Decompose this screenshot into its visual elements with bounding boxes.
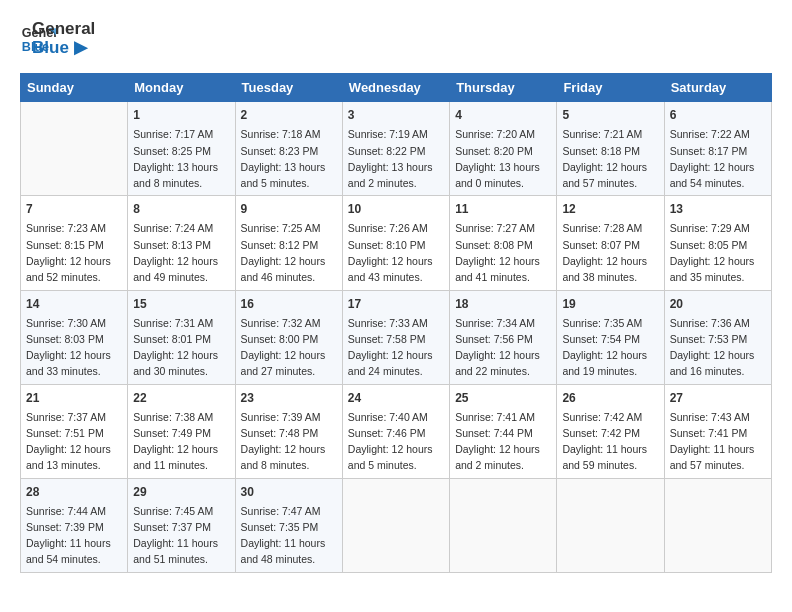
calendar-table: SundayMondayTuesdayWednesdayThursdayFrid… bbox=[20, 73, 772, 572]
day-info: Sunrise: 7:37 AM Sunset: 7:51 PM Dayligh… bbox=[26, 409, 122, 474]
weekday-header-wednesday: Wednesday bbox=[342, 74, 449, 102]
calendar-cell: 22Sunrise: 7:38 AM Sunset: 7:49 PM Dayli… bbox=[128, 384, 235, 478]
calendar-cell: 25Sunrise: 7:41 AM Sunset: 7:44 PM Dayli… bbox=[450, 384, 557, 478]
weekday-header-monday: Monday bbox=[128, 74, 235, 102]
calendar-cell: 19Sunrise: 7:35 AM Sunset: 7:54 PM Dayli… bbox=[557, 290, 664, 384]
day-info: Sunrise: 7:35 AM Sunset: 7:54 PM Dayligh… bbox=[562, 315, 658, 380]
day-number: 16 bbox=[241, 295, 337, 313]
day-info: Sunrise: 7:19 AM Sunset: 8:22 PM Dayligh… bbox=[348, 126, 444, 191]
day-number: 14 bbox=[26, 295, 122, 313]
calendar-cell: 13Sunrise: 7:29 AM Sunset: 8:05 PM Dayli… bbox=[664, 196, 771, 290]
calendar-week-5: 28Sunrise: 7:44 AM Sunset: 7:39 PM Dayli… bbox=[21, 478, 772, 572]
logo-general: General bbox=[32, 20, 95, 39]
day-info: Sunrise: 7:17 AM Sunset: 8:25 PM Dayligh… bbox=[133, 126, 229, 191]
day-number: 3 bbox=[348, 106, 444, 124]
calendar-cell: 1Sunrise: 7:17 AM Sunset: 8:25 PM Daylig… bbox=[128, 102, 235, 196]
day-info: Sunrise: 7:25 AM Sunset: 8:12 PM Dayligh… bbox=[241, 220, 337, 285]
calendar-cell: 17Sunrise: 7:33 AM Sunset: 7:58 PM Dayli… bbox=[342, 290, 449, 384]
day-info: Sunrise: 7:31 AM Sunset: 8:01 PM Dayligh… bbox=[133, 315, 229, 380]
calendar-cell bbox=[450, 478, 557, 572]
calendar-cell: 27Sunrise: 7:43 AM Sunset: 7:41 PM Dayli… bbox=[664, 384, 771, 478]
day-number: 8 bbox=[133, 200, 229, 218]
day-number: 18 bbox=[455, 295, 551, 313]
day-number: 20 bbox=[670, 295, 766, 313]
calendar-cell: 8Sunrise: 7:24 AM Sunset: 8:13 PM Daylig… bbox=[128, 196, 235, 290]
day-number: 27 bbox=[670, 389, 766, 407]
calendar-cell: 12Sunrise: 7:28 AM Sunset: 8:07 PM Dayli… bbox=[557, 196, 664, 290]
calendar-cell: 7Sunrise: 7:23 AM Sunset: 8:15 PM Daylig… bbox=[21, 196, 128, 290]
day-info: Sunrise: 7:21 AM Sunset: 8:18 PM Dayligh… bbox=[562, 126, 658, 191]
logo: General Blue General Blue ▶ bbox=[20, 20, 95, 57]
calendar-cell: 26Sunrise: 7:42 AM Sunset: 7:42 PM Dayli… bbox=[557, 384, 664, 478]
day-info: Sunrise: 7:34 AM Sunset: 7:56 PM Dayligh… bbox=[455, 315, 551, 380]
day-number: 2 bbox=[241, 106, 337, 124]
day-info: Sunrise: 7:22 AM Sunset: 8:17 PM Dayligh… bbox=[670, 126, 766, 191]
weekday-header-saturday: Saturday bbox=[664, 74, 771, 102]
day-info: Sunrise: 7:47 AM Sunset: 7:35 PM Dayligh… bbox=[241, 503, 337, 568]
day-info: Sunrise: 7:23 AM Sunset: 8:15 PM Dayligh… bbox=[26, 220, 122, 285]
calendar-cell: 11Sunrise: 7:27 AM Sunset: 8:08 PM Dayli… bbox=[450, 196, 557, 290]
calendar-cell: 3Sunrise: 7:19 AM Sunset: 8:22 PM Daylig… bbox=[342, 102, 449, 196]
day-info: Sunrise: 7:32 AM Sunset: 8:00 PM Dayligh… bbox=[241, 315, 337, 380]
day-info: Sunrise: 7:44 AM Sunset: 7:39 PM Dayligh… bbox=[26, 503, 122, 568]
weekday-header-friday: Friday bbox=[557, 74, 664, 102]
day-number: 5 bbox=[562, 106, 658, 124]
calendar-cell bbox=[557, 478, 664, 572]
day-number: 21 bbox=[26, 389, 122, 407]
calendar-cell: 30Sunrise: 7:47 AM Sunset: 7:35 PM Dayli… bbox=[235, 478, 342, 572]
day-number: 26 bbox=[562, 389, 658, 407]
day-number: 24 bbox=[348, 389, 444, 407]
day-info: Sunrise: 7:40 AM Sunset: 7:46 PM Dayligh… bbox=[348, 409, 444, 474]
calendar-cell: 6Sunrise: 7:22 AM Sunset: 8:17 PM Daylig… bbox=[664, 102, 771, 196]
day-info: Sunrise: 7:27 AM Sunset: 8:08 PM Dayligh… bbox=[455, 220, 551, 285]
calendar-cell: 23Sunrise: 7:39 AM Sunset: 7:48 PM Dayli… bbox=[235, 384, 342, 478]
day-info: Sunrise: 7:43 AM Sunset: 7:41 PM Dayligh… bbox=[670, 409, 766, 474]
calendar-cell: 20Sunrise: 7:36 AM Sunset: 7:53 PM Dayli… bbox=[664, 290, 771, 384]
calendar-week-1: 1Sunrise: 7:17 AM Sunset: 8:25 PM Daylig… bbox=[21, 102, 772, 196]
calendar-cell: 14Sunrise: 7:30 AM Sunset: 8:03 PM Dayli… bbox=[21, 290, 128, 384]
day-number: 4 bbox=[455, 106, 551, 124]
day-number: 29 bbox=[133, 483, 229, 501]
calendar-cell: 5Sunrise: 7:21 AM Sunset: 8:18 PM Daylig… bbox=[557, 102, 664, 196]
day-number: 6 bbox=[670, 106, 766, 124]
calendar-cell: 16Sunrise: 7:32 AM Sunset: 8:00 PM Dayli… bbox=[235, 290, 342, 384]
calendar-week-2: 7Sunrise: 7:23 AM Sunset: 8:15 PM Daylig… bbox=[21, 196, 772, 290]
calendar-cell: 24Sunrise: 7:40 AM Sunset: 7:46 PM Dayli… bbox=[342, 384, 449, 478]
day-info: Sunrise: 7:38 AM Sunset: 7:49 PM Dayligh… bbox=[133, 409, 229, 474]
calendar-week-4: 21Sunrise: 7:37 AM Sunset: 7:51 PM Dayli… bbox=[21, 384, 772, 478]
calendar-cell: 9Sunrise: 7:25 AM Sunset: 8:12 PM Daylig… bbox=[235, 196, 342, 290]
calendar-cell: 10Sunrise: 7:26 AM Sunset: 8:10 PM Dayli… bbox=[342, 196, 449, 290]
weekday-header-thursday: Thursday bbox=[450, 74, 557, 102]
day-info: Sunrise: 7:33 AM Sunset: 7:58 PM Dayligh… bbox=[348, 315, 444, 380]
weekday-row: SundayMondayTuesdayWednesdayThursdayFrid… bbox=[21, 74, 772, 102]
day-number: 11 bbox=[455, 200, 551, 218]
day-number: 30 bbox=[241, 483, 337, 501]
calendar-cell bbox=[342, 478, 449, 572]
weekday-header-sunday: Sunday bbox=[21, 74, 128, 102]
calendar-cell: 2Sunrise: 7:18 AM Sunset: 8:23 PM Daylig… bbox=[235, 102, 342, 196]
calendar-cell: 4Sunrise: 7:20 AM Sunset: 8:20 PM Daylig… bbox=[450, 102, 557, 196]
day-info: Sunrise: 7:29 AM Sunset: 8:05 PM Dayligh… bbox=[670, 220, 766, 285]
calendar-cell: 28Sunrise: 7:44 AM Sunset: 7:39 PM Dayli… bbox=[21, 478, 128, 572]
day-info: Sunrise: 7:30 AM Sunset: 8:03 PM Dayligh… bbox=[26, 315, 122, 380]
day-number: 15 bbox=[133, 295, 229, 313]
calendar-cell: 29Sunrise: 7:45 AM Sunset: 7:37 PM Dayli… bbox=[128, 478, 235, 572]
day-number: 13 bbox=[670, 200, 766, 218]
day-number: 9 bbox=[241, 200, 337, 218]
day-number: 17 bbox=[348, 295, 444, 313]
day-number: 19 bbox=[562, 295, 658, 313]
day-number: 28 bbox=[26, 483, 122, 501]
calendar-cell bbox=[664, 478, 771, 572]
calendar-cell bbox=[21, 102, 128, 196]
calendar-header: SundayMondayTuesdayWednesdayThursdayFrid… bbox=[21, 74, 772, 102]
day-info: Sunrise: 7:42 AM Sunset: 7:42 PM Dayligh… bbox=[562, 409, 658, 474]
day-info: Sunrise: 7:45 AM Sunset: 7:37 PM Dayligh… bbox=[133, 503, 229, 568]
day-number: 1 bbox=[133, 106, 229, 124]
day-number: 10 bbox=[348, 200, 444, 218]
page-header: General Blue General Blue ▶ bbox=[20, 20, 772, 57]
weekday-header-tuesday: Tuesday bbox=[235, 74, 342, 102]
calendar-cell: 21Sunrise: 7:37 AM Sunset: 7:51 PM Dayli… bbox=[21, 384, 128, 478]
day-info: Sunrise: 7:36 AM Sunset: 7:53 PM Dayligh… bbox=[670, 315, 766, 380]
day-info: Sunrise: 7:20 AM Sunset: 8:20 PM Dayligh… bbox=[455, 126, 551, 191]
calendar-cell: 15Sunrise: 7:31 AM Sunset: 8:01 PM Dayli… bbox=[128, 290, 235, 384]
